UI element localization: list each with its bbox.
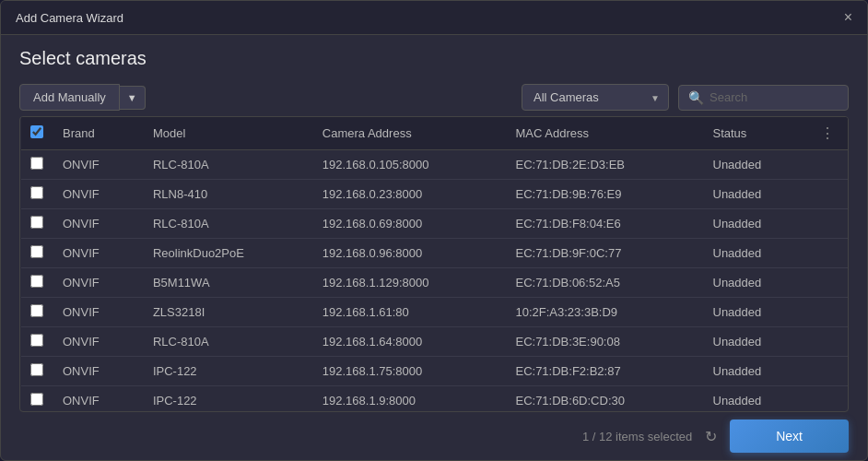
row-brand: ONVIF: [53, 386, 144, 413]
row-brand: ONVIF: [53, 209, 144, 239]
header-status: Status: [704, 117, 808, 150]
camera-filter-wrapper: All Cameras Added Unadded: [522, 84, 669, 111]
table-body: ONVIFRLC-810A192.168.0.105:8000EC:71:DB:…: [21, 150, 848, 413]
camera-filter-select[interactable]: All Cameras Added Unadded: [522, 84, 669, 111]
row-more-cell: [807, 150, 848, 180]
row-more-cell: [807, 180, 848, 209]
row-status: Unadded: [704, 180, 808, 209]
row-checkbox[interactable]: [30, 363, 43, 376]
row-brand: ONVIF: [53, 327, 144, 357]
row-checkbox-cell: [21, 150, 53, 180]
row-status: Unadded: [704, 150, 808, 180]
table-row: ONVIFIPC-122192.168.1.9:8000EC:71:DB:6D:…: [21, 386, 848, 413]
table-row: ONVIFRLC-810A192.168.0.105:8000EC:71:DB:…: [21, 150, 848, 180]
table-row: ONVIFZLS3218I192.168.1.61:8010:2F:A3:23:…: [21, 298, 848, 327]
row-mac-address: EC:71:DB:2E:D3:EB: [506, 150, 703, 180]
header-brand: Brand: [53, 117, 144, 150]
row-checkbox[interactable]: [30, 275, 43, 288]
header-more: ⋮: [807, 117, 848, 150]
header-model: Model: [144, 117, 313, 150]
row-status: Unadded: [704, 386, 808, 413]
row-model: ZLS3218I: [144, 298, 313, 327]
row-mac-address: EC:71:DB:3E:90:08: [506, 327, 703, 357]
row-checkbox[interactable]: [30, 186, 43, 199]
table-row: ONVIFIPC-122192.168.1.75:8000EC:71:DB:F2…: [21, 357, 848, 386]
row-brand: ONVIF: [53, 357, 144, 386]
row-camera-address: 192.168.1.75:8000: [313, 357, 507, 386]
row-checkbox[interactable]: [30, 304, 43, 317]
row-checkbox[interactable]: [30, 334, 43, 347]
row-camera-address: 192.168.1.61:80: [313, 298, 507, 327]
toolbar: Add Manually ▼ All Cameras Added Unadded…: [1, 78, 867, 116]
search-box: 🔍: [678, 85, 849, 111]
row-mac-address: EC:71:DB:F2:B2:87: [506, 357, 703, 386]
row-brand: ONVIF: [53, 268, 144, 298]
row-more-cell: [807, 298, 848, 327]
left-toolbar: Add Manually ▼: [19, 84, 146, 111]
row-mac-address: EC:71:DB:9B:76:E9: [506, 180, 703, 209]
row-camera-address: 192.168.0.96:8000: [313, 239, 507, 268]
row-camera-address: 192.168.0.105:8000: [313, 150, 507, 180]
row-model: RLN8-410: [144, 180, 313, 209]
row-mac-address: 10:2F:A3:23:3B:D9: [506, 298, 703, 327]
row-status: Unadded: [704, 209, 808, 239]
row-more-cell: [807, 209, 848, 239]
table-header-row: Brand Model Camera Address MAC Address S…: [21, 117, 848, 150]
row-model: RLC-810A: [144, 150, 313, 180]
row-mac-address: EC:71:DB:06:52:A5: [506, 268, 703, 298]
row-checkbox[interactable]: [30, 157, 43, 170]
row-checkbox[interactable]: [30, 216, 43, 229]
row-checkbox-cell: [21, 239, 53, 268]
row-camera-address: 192.168.1.129:8000: [313, 268, 507, 298]
add-manually-dropdown-button[interactable]: ▼: [120, 86, 146, 110]
close-button[interactable]: ×: [844, 10, 852, 25]
row-mac-address: EC:71:DB:F8:04:E6: [506, 209, 703, 239]
row-brand: ONVIF: [53, 239, 144, 268]
row-status: Unadded: [704, 298, 808, 327]
add-camera-dialog: Add Camera Wizard × Select cameras Add M…: [0, 0, 868, 461]
refresh-button[interactable]: ↻: [705, 428, 717, 445]
row-camera-address: 192.168.0.69:8000: [313, 209, 507, 239]
row-checkbox-cell: [21, 357, 53, 386]
footer: 1 / 12 items selected ↻ Next: [1, 412, 867, 460]
next-button[interactable]: Next: [730, 420, 849, 453]
row-mac-address: EC:71:DB:9F:0C:77: [506, 239, 703, 268]
row-status: Unadded: [704, 239, 808, 268]
table-row: ONVIFRLN8-410192.168.0.23:8000EC:71:DB:9…: [21, 180, 848, 209]
row-model: RLC-810A: [144, 209, 313, 239]
row-more-cell: [807, 357, 848, 386]
row-camera-address: 192.168.1.9:8000: [313, 386, 507, 413]
row-more-cell: [807, 327, 848, 357]
search-icon: 🔍: [688, 90, 704, 105]
row-more-cell: [807, 386, 848, 413]
row-checkbox[interactable]: [30, 393, 43, 406]
table-row: ONVIFRLC-810A192.168.1.64:8000EC:71:DB:3…: [21, 327, 848, 357]
row-checkbox-cell: [21, 298, 53, 327]
more-options-button[interactable]: ⋮: [816, 124, 839, 142]
row-mac-address: EC:71:DB:6D:CD:30: [506, 386, 703, 413]
table-row: ONVIFReolinkDuo2PoE192.168.0.96:8000EC:7…: [21, 239, 848, 268]
row-brand: ONVIF: [53, 298, 144, 327]
row-more-cell: [807, 239, 848, 268]
row-checkbox-cell: [21, 386, 53, 413]
row-model: ReolinkDuo2PoE: [144, 239, 313, 268]
row-brand: ONVIF: [53, 180, 144, 209]
camera-table-container: Brand Model Camera Address MAC Address S…: [19, 116, 849, 412]
row-status: Unadded: [704, 327, 808, 357]
row-model: B5M11WA: [144, 268, 313, 298]
page-title: Select cameras: [1, 35, 867, 78]
row-checkbox-cell: [21, 180, 53, 209]
table-row: ONVIFB5M11WA192.168.1.129:8000EC:71:DB:0…: [21, 268, 848, 298]
search-input[interactable]: [710, 90, 839, 104]
add-manually-button[interactable]: Add Manually: [19, 84, 120, 111]
header-camera-address: Camera Address: [313, 117, 507, 150]
select-all-checkbox[interactable]: [30, 125, 43, 138]
row-more-cell: [807, 268, 848, 298]
table-row: ONVIFRLC-810A192.168.0.69:8000EC:71:DB:F…: [21, 209, 848, 239]
row-checkbox[interactable]: [30, 245, 43, 258]
title-bar: Add Camera Wizard ×: [1, 1, 867, 35]
row-camera-address: 192.168.1.64:8000: [313, 327, 507, 357]
row-brand: ONVIF: [53, 150, 144, 180]
camera-table: Brand Model Camera Address MAC Address S…: [20, 117, 848, 412]
row-status: Unadded: [704, 268, 808, 298]
